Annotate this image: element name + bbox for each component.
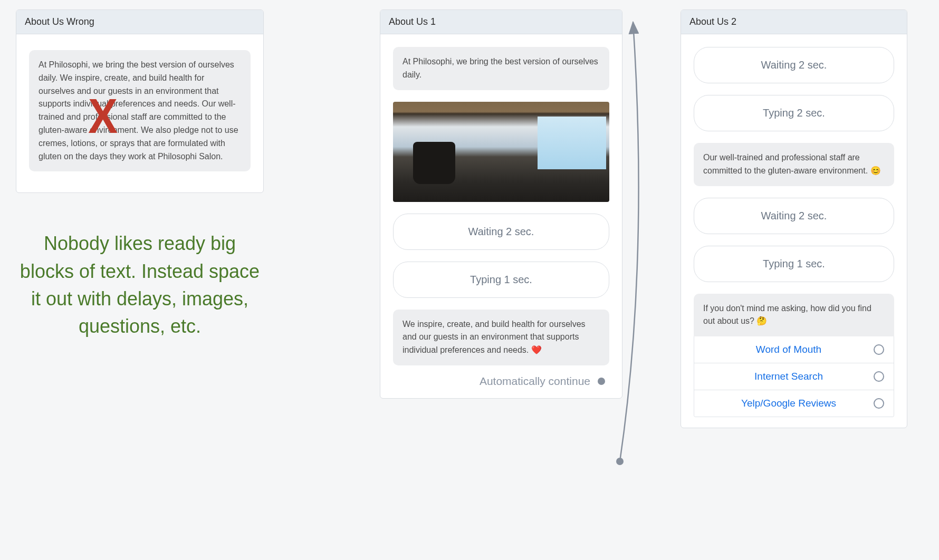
waiting-pill-2[interactable]: Waiting 2 sec.	[694, 198, 894, 234]
waiting-label: Waiting 2 sec.	[761, 210, 827, 221]
staff-bubble: Our well-trained and professional staff …	[694, 143, 894, 186]
radio-icon	[874, 398, 884, 409]
question-text: If you don't mind me asking, how did you…	[703, 304, 871, 326]
option-yelp-google[interactable]: Yelp/Google Reviews	[694, 390, 894, 417]
auto-continue-label: Automatically continue	[480, 375, 590, 388]
wrong-message-text: At Philosophi, we bring the best version…	[39, 60, 238, 161]
option-label: Internet Search	[704, 371, 874, 382]
typing-label: Typing 2 sec.	[763, 107, 825, 119]
typing-pill[interactable]: Typing 1 sec.	[393, 262, 609, 298]
panel-title: About Us Wrong	[16, 10, 263, 34]
typing-pill-2[interactable]: Typing 1 sec.	[694, 246, 894, 282]
option-internet-search[interactable]: Internet Search	[694, 363, 894, 390]
option-word-of-mouth[interactable]: Word of Mouth	[694, 336, 894, 363]
waiting-label: Waiting 2 sec.	[468, 226, 534, 237]
waiting-label: Waiting 2 sec.	[761, 59, 827, 71]
salon-image	[393, 102, 609, 202]
question-bubble: If you don't mind me asking, how did you…	[694, 294, 894, 337]
staff-text: Our well-trained and professional staff …	[703, 153, 881, 175]
option-label: Word of Mouth	[704, 344, 874, 355]
option-label: Yelp/Google Reviews	[704, 398, 874, 409]
auto-continue-row[interactable]: Automatically continue	[393, 372, 609, 388]
caption-text: Nobody likes ready big blocks of text. I…	[16, 230, 264, 340]
radio-icon	[874, 344, 884, 355]
detail-text: We inspire, create, and build health for…	[403, 320, 586, 355]
panel-title: About Us 2	[681, 10, 907, 34]
typing-label: Typing 1 sec.	[470, 274, 532, 285]
intro-text: At Philosophi, we bring the best version…	[403, 57, 598, 79]
waiting-pill[interactable]: Waiting 2 sec.	[393, 214, 609, 250]
continue-dot-icon	[598, 378, 605, 385]
panel-about-us-1: About Us 1 At Philosophi, we bring the b…	[380, 9, 622, 399]
waiting-pill-1[interactable]: Waiting 2 sec.	[694, 47, 894, 83]
detail-bubble: We inspire, create, and build health for…	[393, 310, 609, 365]
panel-about-us-2: About Us 2 Waiting 2 sec. Typing 2 sec. …	[681, 9, 907, 428]
radio-icon	[874, 371, 884, 382]
panel-title: About Us 1	[380, 10, 622, 34]
panel-wrong: About Us Wrong At Philosophi, we bring t…	[16, 9, 264, 193]
svg-point-1	[616, 458, 624, 465]
intro-bubble: At Philosophi, we bring the best version…	[393, 47, 609, 90]
typing-pill-1[interactable]: Typing 2 sec.	[694, 95, 894, 131]
typing-label: Typing 1 sec.	[763, 258, 825, 269]
wrong-message-bubble: At Philosophi, we bring the best version…	[29, 50, 251, 171]
option-list: Word of Mouth Internet Search Yelp/Googl…	[694, 336, 894, 417]
